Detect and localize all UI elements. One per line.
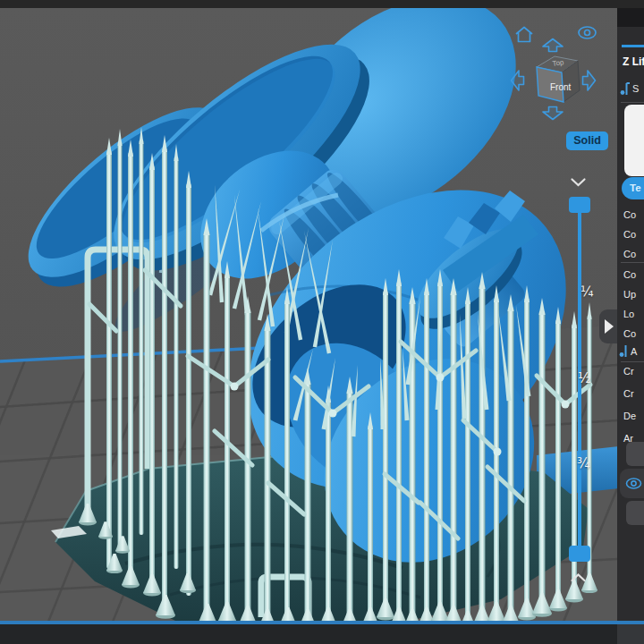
view-cube[interactable]: Front Top xyxy=(530,51,585,108)
active-tab-indicator xyxy=(622,45,644,47)
slider-mark-quarter: ¼ xyxy=(580,284,594,300)
eye-icon xyxy=(624,476,643,491)
divider xyxy=(621,262,644,263)
slider-mark-three-quarter: ¾ xyxy=(577,455,590,471)
z-range-slider-handle-bottom[interactable] xyxy=(569,546,590,562)
panel-title: Z Lift xyxy=(623,55,644,68)
cube-front-label: Front xyxy=(550,82,572,92)
advanced-settings-row[interactable]: A xyxy=(631,345,637,358)
bottom-bar xyxy=(0,624,617,644)
view-eye-icon[interactable] xyxy=(575,23,599,42)
setting-row[interactable]: Co xyxy=(623,208,636,221)
setting-row[interactable]: Co xyxy=(623,327,636,340)
home-icon[interactable] xyxy=(513,25,535,45)
support-icon xyxy=(620,81,631,97)
panel-expand-handle[interactable] xyxy=(599,309,617,343)
setting-row[interactable]: Cr xyxy=(623,387,634,400)
render-mode-solid-button[interactable]: Solid xyxy=(566,131,608,150)
panel-footer xyxy=(617,624,644,644)
rotate-left-arrow-icon[interactable] xyxy=(510,69,525,92)
chevron-down-icon[interactable] xyxy=(570,177,587,188)
preset-dropdown[interactable] xyxy=(624,105,644,176)
chevron-up-icon[interactable] xyxy=(570,572,587,583)
advanced-support-icon xyxy=(619,343,630,360)
setting-row[interactable]: Cr xyxy=(623,365,634,377)
slicer-app-window: Front Top Solid ¼ ½ ¾ Z Lift S Te Co Co … xyxy=(0,0,644,644)
setting-row[interactable]: Lo xyxy=(623,308,634,320)
support-settings-row[interactable]: S xyxy=(632,82,639,95)
top-bar xyxy=(0,0,644,8)
expand-panel-icon xyxy=(605,319,614,334)
divider xyxy=(621,361,644,362)
setting-row[interactable]: Co xyxy=(623,248,636,260)
setting-row[interactable]: Co xyxy=(623,268,636,281)
panel-action-button[interactable] xyxy=(626,442,644,466)
setting-row[interactable]: Up xyxy=(623,288,636,301)
setting-row[interactable]: De xyxy=(623,410,636,422)
z-range-slider-handle-top[interactable] xyxy=(569,197,590,213)
visibility-toggle[interactable] xyxy=(620,469,644,498)
setting-row[interactable]: Co xyxy=(623,228,636,241)
type-button[interactable]: Te xyxy=(622,177,644,199)
divider xyxy=(621,102,644,103)
settings-panel: Z Lift S Te Co Co Co Co Up Lo Co A Cr Cr… xyxy=(617,0,644,624)
panel-action-button[interactable] xyxy=(626,501,644,525)
slider-mark-half: ½ xyxy=(578,370,591,386)
